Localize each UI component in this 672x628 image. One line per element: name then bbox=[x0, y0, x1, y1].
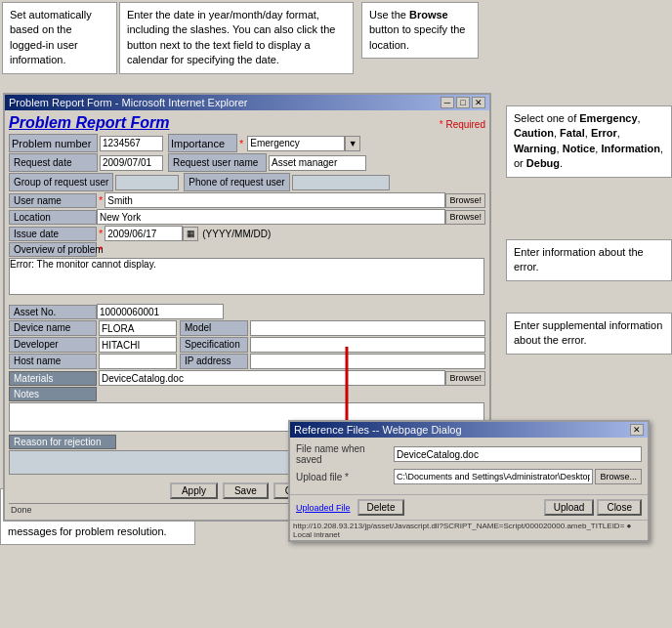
dialog-close-button[interactable]: Close bbox=[597, 499, 642, 516]
problem-number-label: Problem number bbox=[10, 135, 98, 152]
dialog-status-bar: http://10.208.93.213/jp/asset/Javascript… bbox=[290, 520, 648, 540]
dialog-upload-path-input[interactable] bbox=[394, 469, 593, 484]
row-date-user: Request date Request user name bbox=[9, 153, 485, 172]
tooltip-browse-location: Use the Browse button to specify the loc… bbox=[361, 2, 479, 59]
developer-input[interactable] bbox=[99, 337, 177, 353]
dialog-content: File name when saved Upload file * Brows… bbox=[290, 438, 648, 494]
row-host-ip: Host name IP address bbox=[9, 354, 485, 369]
row-device-model: Device name Model bbox=[9, 320, 485, 336]
hostname-label: Host name bbox=[9, 354, 97, 369]
location-input[interactable] bbox=[97, 209, 445, 225]
browser-title: Problem Report Form - Microsoft Internet… bbox=[9, 97, 248, 108]
hostname-input[interactable] bbox=[99, 354, 177, 369]
upload-button[interactable]: Upload bbox=[544, 499, 595, 516]
tooltip-date-format: Enter the date in year/month/day format,… bbox=[119, 2, 354, 74]
issue-date-label: Issue date bbox=[9, 227, 97, 241]
request-user-label: Request user name bbox=[169, 154, 267, 172]
model-input[interactable] bbox=[250, 320, 485, 336]
dialog-browse-button[interactable]: Browse... bbox=[595, 469, 642, 484]
save-button[interactable]: Save bbox=[223, 482, 269, 499]
request-user-input[interactable] bbox=[269, 155, 366, 171]
spec-label: Specification bbox=[180, 337, 248, 353]
delete-button[interactable]: Delete bbox=[357, 499, 405, 516]
tooltip-importance-text: Select one of Emergency, Caution, Fatal,… bbox=[514, 112, 663, 169]
group-label: Group of request user bbox=[10, 174, 113, 191]
model-label: Model bbox=[180, 320, 248, 336]
dialog-titlebar: Reference Files -- Webpage Dialog ✕ bbox=[290, 422, 648, 438]
form-title: Problem Report Form bbox=[9, 114, 169, 132]
tooltip-browse-bold: Browse bbox=[409, 9, 448, 21]
dialog-upload-label: Upload file * bbox=[296, 472, 394, 482]
required-note: * Required bbox=[440, 119, 485, 130]
tooltip-date-format-text: Enter the date in year/month/day format,… bbox=[127, 9, 335, 65]
row-problem-importance: Problem number Importance * ▼ bbox=[9, 134, 485, 152]
asset-no-label: Asset No. bbox=[9, 305, 97, 319]
phone-input[interactable] bbox=[292, 175, 390, 190]
phone-label: Phone of request user bbox=[185, 174, 289, 191]
tooltip-auto-set-text: Set automatically based on the logged-in… bbox=[10, 9, 92, 65]
tooltip-auto-set: Set automatically based on the logged-in… bbox=[2, 2, 117, 74]
user-browse-button[interactable]: Browse! bbox=[445, 193, 485, 208]
browser-titlebar: Problem Report Form - Microsoft Internet… bbox=[5, 95, 489, 110]
developer-label: Developer bbox=[9, 337, 97, 353]
tooltip-supplemental: Enter supplemental information about the… bbox=[506, 313, 672, 355]
location-browse-button[interactable]: Browse! bbox=[445, 210, 485, 225]
location-label: Location bbox=[9, 210, 97, 225]
tooltip-browse-text: Use the Browse button to specify the loc… bbox=[369, 9, 465, 51]
importance-label: Importance bbox=[169, 135, 237, 152]
row-materials: Materials Browse! bbox=[9, 370, 485, 386]
tooltip-importance: Select one of Emergency, Caution, Fatal,… bbox=[506, 105, 672, 178]
row-issue-date: Issue date * ▦ (YYYY/MM/DD) bbox=[9, 226, 485, 241]
dialog-title: Reference Files -- Webpage Dialog bbox=[294, 424, 462, 436]
importance-dropdown[interactable]: ▼ bbox=[345, 136, 360, 151]
minimize-button[interactable]: ─ bbox=[441, 97, 454, 108]
device-name-input[interactable] bbox=[99, 320, 177, 336]
materials-browse-button[interactable]: Browse! bbox=[445, 371, 485, 386]
user-name-input[interactable] bbox=[105, 192, 445, 208]
materials-input[interactable] bbox=[99, 370, 445, 386]
dialog-upload-row: Upload file * Browse... bbox=[296, 469, 642, 484]
issue-date-input[interactable] bbox=[105, 226, 183, 241]
overview-label: Overview of problem bbox=[9, 242, 97, 257]
ip-label: IP address bbox=[180, 354, 248, 369]
row-overview: Overview of problem * Error: The monitor… bbox=[9, 242, 485, 297]
request-date-input[interactable] bbox=[100, 155, 163, 171]
row-group-phone: Group of request user Phone of request u… bbox=[9, 173, 485, 191]
maximize-button[interactable]: □ bbox=[456, 97, 470, 108]
notes-label: Notes bbox=[9, 387, 97, 401]
overview-input[interactable]: Error: The monitor cannot display. bbox=[9, 258, 484, 295]
dialog-footer: Uploaded File Delete Upload Close bbox=[290, 494, 648, 520]
importance-input[interactable] bbox=[247, 136, 345, 151]
row-asset: Asset No. bbox=[9, 304, 485, 319]
tooltip-error-info-text: Enter information about the error. bbox=[514, 246, 644, 272]
materials-label: Materials bbox=[9, 371, 97, 386]
issue-date-format: (YYYY/MM/DD) bbox=[202, 229, 271, 239]
uploaded-file-link[interactable]: Uploaded File bbox=[296, 503, 351, 513]
dialog-status-text: http://10.208.93.213/jp/asset/Javascript… bbox=[293, 522, 631, 539]
problem-number-input[interactable] bbox=[100, 136, 163, 151]
asset-no-input[interactable] bbox=[97, 304, 224, 319]
row-developer-spec: Developer Specification bbox=[9, 337, 485, 353]
issue-date-calendar[interactable]: ▦ bbox=[183, 227, 198, 241]
device-name-label: Device name bbox=[9, 320, 97, 336]
row-username: User name * Browse! bbox=[9, 192, 485, 208]
dialog-filename-input[interactable] bbox=[394, 446, 642, 462]
row-location: Location Browse! bbox=[9, 209, 485, 225]
apply-button[interactable]: Apply bbox=[170, 482, 218, 499]
user-name-label: User name bbox=[9, 193, 97, 208]
dialog-close-icon[interactable]: ✕ bbox=[630, 424, 644, 436]
dialog-filename-row: File name when saved bbox=[296, 443, 642, 465]
tooltip-supplemental-text: Enter supplemental information about the… bbox=[514, 319, 662, 346]
dialog-window: Reference Files -- Webpage Dialog ✕ File… bbox=[288, 420, 650, 542]
titlebar-buttons: ─ □ ✕ bbox=[441, 97, 485, 108]
group-input[interactable] bbox=[115, 175, 179, 190]
request-date-label: Request date bbox=[10, 154, 98, 172]
rejection-label: Reason for rejection bbox=[9, 435, 116, 449]
tooltip-error-info: Enter information about the error. bbox=[506, 239, 672, 281]
close-button[interactable]: ✕ bbox=[472, 97, 485, 108]
dialog-filename-label: File name when saved bbox=[296, 443, 394, 465]
